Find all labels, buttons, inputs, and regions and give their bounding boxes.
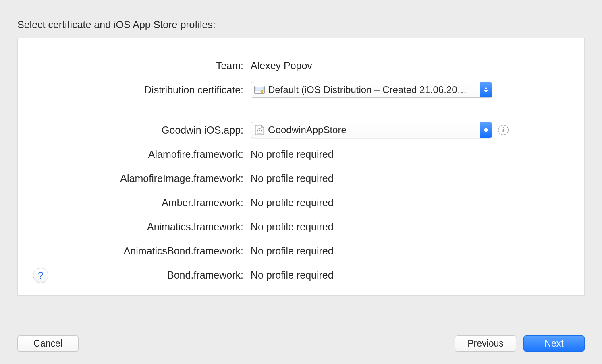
help-button[interactable]: ?	[33, 268, 48, 283]
team-value: Alexey Popov	[251, 60, 568, 72]
spacer	[34, 102, 568, 118]
app-label: Goodwin iOS.app:	[34, 124, 243, 136]
framework-value: No profile required	[251, 149, 568, 160]
framework-value: No profile required	[251, 221, 568, 233]
certificate-select[interactable]: Default (iOS Distribution – Created 21.0…	[251, 82, 492, 98]
certificate-label: Distribution certificate:	[34, 84, 243, 96]
info-button[interactable]: i	[498, 125, 509, 135]
app-value-cell: GoodwinAppStore i	[251, 122, 568, 138]
team-row: Team: Alexey Popov	[34, 54, 568, 78]
framework-value: No profile required	[251, 294, 568, 296]
framework-row: Bond.framework: No profile required	[34, 263, 568, 287]
select-stepper-icon	[480, 122, 492, 138]
previous-button[interactable]: Previous	[455, 335, 516, 352]
next-button[interactable]: Next	[523, 335, 585, 352]
cancel-button[interactable]: Cancel	[17, 335, 79, 352]
certificate-row: Distribution certificate: Default (iOS D…	[34, 78, 568, 102]
certificate-select-text: Default (iOS Distribution – Created 21.0…	[268, 84, 480, 95]
framework-row: AlamofireImage.framework: No profile req…	[34, 166, 568, 190]
provisioning-profile-icon	[254, 125, 265, 135]
certificate-value-cell: Default (iOS Distribution – Created 21.0…	[251, 82, 568, 98]
svg-rect-9	[257, 133, 262, 134]
framework-label: Alamofire.framework:	[34, 149, 243, 160]
framework-row: Differ.framework: No profile required	[34, 287, 568, 296]
certificate-icon	[254, 85, 265, 95]
button-bar: Cancel Previous Next	[17, 335, 585, 352]
framework-label: Animatics.framework:	[34, 221, 243, 233]
framework-label: AlamofireImage.framework:	[34, 173, 243, 184]
framework-value: No profile required	[251, 269, 568, 281]
page-title: Select certificate and iOS App Store pro…	[0, 12, 602, 38]
framework-row: AnimaticsBond.framework: No profile requ…	[34, 239, 568, 263]
framework-label: Amber.framework:	[34, 197, 243, 209]
framework-label: Bond.framework:	[34, 269, 243, 281]
content-panel: Team: Alexey Popov Distribution certific…	[17, 38, 585, 296]
dialog-window: Select certificate and iOS App Store pro…	[0, 0, 602, 364]
svg-point-2	[261, 90, 263, 93]
provisioning-profile-select[interactable]: GoodwinAppStore	[251, 122, 492, 138]
framework-label: AnimaticsBond.framework:	[34, 245, 243, 257]
provisioning-profile-select-text: GoodwinAppStore	[268, 124, 480, 136]
select-stepper-icon	[480, 82, 492, 97]
svg-point-4	[259, 130, 260, 131]
framework-value: No profile required	[251, 197, 568, 209]
framework-value: No profile required	[251, 245, 568, 257]
framework-label: Differ.framework:	[34, 294, 243, 296]
svg-rect-1	[255, 87, 264, 90]
framework-row: Amber.framework: No profile required	[34, 190, 568, 215]
app-row: Goodwin iOS.app:	[34, 118, 568, 142]
form-rows: Team: Alexey Popov Distribution certific…	[18, 38, 584, 296]
framework-row: Alamofire.framework: No profile required	[34, 142, 568, 166]
framework-row: Animatics.framework: No profile required	[34, 215, 568, 239]
framework-value: No profile required	[251, 173, 568, 184]
team-label: Team:	[34, 60, 243, 72]
